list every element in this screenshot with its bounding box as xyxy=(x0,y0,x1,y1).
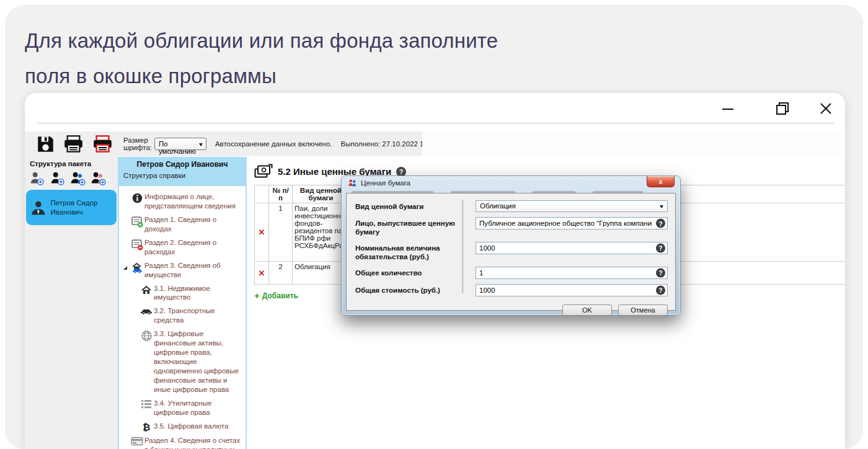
nominal-label: Номинальная величина обязательства (руб.… xyxy=(355,242,462,262)
sidebar-item-3-5-digital-currency[interactable]: ₿ 3.5. Цифровая валюта xyxy=(123,422,243,432)
table-row-delete xyxy=(254,262,269,285)
dialog-body: Вид ценной бумаги Облигация Лицо, выпуст… xyxy=(346,193,676,311)
structure-tree: Информация о лице, представляющем сведен… xyxy=(119,186,246,449)
dialog-app-icon xyxy=(348,179,357,187)
table-row-delete xyxy=(254,203,269,262)
add-security-label: Добавить xyxy=(262,291,298,300)
security-type-label: Вид ценной бумаги xyxy=(355,200,462,211)
document-plus-icon xyxy=(130,215,144,228)
page-card: Для каждой облигации или пая фонда запол… xyxy=(5,5,863,449)
avatar xyxy=(30,197,47,219)
house-icon xyxy=(139,284,154,296)
dialog-buttons: OK Отмена xyxy=(355,305,668,316)
form-row-quantity: Общее количество xyxy=(355,267,668,279)
add-child-icon xyxy=(90,171,106,185)
bank-card-icon xyxy=(130,436,144,446)
print-red-button[interactable] xyxy=(92,135,113,153)
sidebar-item-3-1-real-estate[interactable]: 3.1. Недвижимое имущество xyxy=(123,284,243,303)
add-person-black-button[interactable] xyxy=(49,171,65,185)
hero-line1: Для каждой облигации или пая фонда запол… xyxy=(25,24,498,59)
dialog-title: Ценная бумага xyxy=(361,179,410,187)
add-spouse-icon xyxy=(69,171,86,185)
sidebar-item-3-3-digital-assets[interactable]: 3.3. Цифровые финансовые активы, цифровы… xyxy=(123,329,243,394)
delete-row-button[interactable] xyxy=(259,269,265,278)
package-person-name: Петров Сидор Иванович xyxy=(51,198,113,217)
plus-icon xyxy=(254,290,260,301)
close-icon xyxy=(818,101,833,116)
cancel-button[interactable]: Отмена xyxy=(618,305,668,316)
package-panel: Структура пакета Петров Сидор Иванович xyxy=(25,156,118,449)
help-icon[interactable] xyxy=(656,268,665,277)
expander-icon[interactable] xyxy=(123,261,130,273)
structure-panel: Петров Сидор Иванович Структура справки … xyxy=(118,157,247,449)
delete-row-button[interactable] xyxy=(259,228,265,237)
print-button[interactable] xyxy=(63,135,84,153)
autosave-status: Автосохранение данных включено. xyxy=(215,140,332,148)
sidebar-item-section1-income[interactable]: Раздел 1. Сведения о доходах xyxy=(123,215,243,234)
security-dialog: Ценная бумага Вид ценной бумаги Облигаци… xyxy=(341,176,681,316)
list-rows-icon xyxy=(139,399,154,409)
printer-icon xyxy=(63,135,84,153)
quantity-label: Общее количество xyxy=(355,267,462,277)
total-value-input[interactable] xyxy=(476,284,668,296)
nominal-input[interactable] xyxy=(476,242,668,254)
app-window: Размер шрифта: По умолчанию Автосохранен… xyxy=(25,93,845,449)
package-actions xyxy=(29,171,106,185)
close-button[interactable] xyxy=(817,100,835,117)
window-controls xyxy=(719,100,835,117)
table-row-num: 1 xyxy=(269,203,293,262)
form-row-security-type: Вид ценной бумаги Облигация xyxy=(355,200,668,212)
add-person-gray-button[interactable] xyxy=(29,171,45,185)
info-icon xyxy=(130,192,144,203)
structure-panel-header: Петров Сидор Иванович Структура справки xyxy=(119,157,246,186)
form-separator xyxy=(462,200,464,293)
help-icon[interactable] xyxy=(656,243,665,252)
chevron-down-icon xyxy=(660,205,663,208)
issuer-label: Лицо, выпустившее ценную бумагу xyxy=(355,217,462,237)
bitcoin-icon: ₿ xyxy=(139,422,154,432)
sidebar-item-section2-expenses[interactable]: Раздел 2. Сведения о расходах xyxy=(123,238,243,257)
package-person-selected[interactable]: Петров Сидор Иванович xyxy=(26,190,117,225)
quantity-input[interactable] xyxy=(476,267,668,279)
sidebar-item-section3-property[interactable]: Раздел 3. Сведения об имуществе xyxy=(123,261,243,280)
form-row-issuer: Лицо, выпустившее ценную бумагу xyxy=(355,217,668,237)
ok-button[interactable]: OK xyxy=(562,305,612,316)
toolbar: Размер шрифта: По умолчанию Автосохранен… xyxy=(25,131,422,156)
form-row-nominal: Номинальная величина обязательства (руб.… xyxy=(355,242,668,262)
restore-icon xyxy=(775,101,790,116)
dialog-titlebar: Ценная бумага xyxy=(348,179,410,187)
hero-text: Для каждой облигации или пая фонда запол… xyxy=(25,24,498,94)
add-person-black-icon xyxy=(49,171,65,185)
font-size-select[interactable]: По умолчанию xyxy=(154,138,206,150)
sidebar-item-section4-accounts[interactable]: Раздел 4. Сведения о счетах в банках и и… xyxy=(123,436,243,449)
structure-panel-subtitle: Структура справки xyxy=(119,169,246,179)
car-icon xyxy=(139,306,154,315)
sidebar-item-3-4-utility-rights[interactable]: 3.4. Утилитарные цифровые права xyxy=(123,399,243,417)
table-row-num: 2 xyxy=(269,262,293,285)
package-panel-title: Структура пакета xyxy=(30,160,91,167)
add-child-button[interactable] xyxy=(90,171,106,185)
hero-line2: поля в окошке программы xyxy=(25,59,498,94)
issuer-input[interactable] xyxy=(476,217,668,229)
structure-person-name: Петров Сидор Иванович xyxy=(119,160,246,169)
document-minus-icon xyxy=(130,238,144,251)
minimize-icon xyxy=(720,100,736,117)
security-type-value: Облигация xyxy=(480,202,516,210)
font-size-value: По умолчанию xyxy=(159,140,196,155)
help-icon[interactable] xyxy=(656,285,665,295)
globe-icon xyxy=(139,329,154,342)
table-header-delete xyxy=(254,185,269,203)
help-icon[interactable] xyxy=(656,219,665,228)
dialog-close-button[interactable] xyxy=(647,176,675,187)
sidebar-item-3-2-vehicles[interactable]: 3.2. Транспортные средства xyxy=(123,306,243,325)
security-type-select[interactable]: Облигация xyxy=(476,200,668,212)
minimize-button[interactable] xyxy=(719,100,737,117)
add-spouse-button[interactable] xyxy=(69,171,86,185)
save-button[interactable] xyxy=(37,135,55,153)
restore-button[interactable] xyxy=(773,100,792,117)
total-value-label: Общая стоимость (руб.) xyxy=(355,284,462,295)
printer-red-icon xyxy=(92,135,113,153)
securities-icon xyxy=(254,163,273,180)
sidebar-item-person-info[interactable]: Информация о лице, представляющем сведен… xyxy=(123,192,243,211)
font-size-label: Размер шрифта: xyxy=(123,136,152,151)
